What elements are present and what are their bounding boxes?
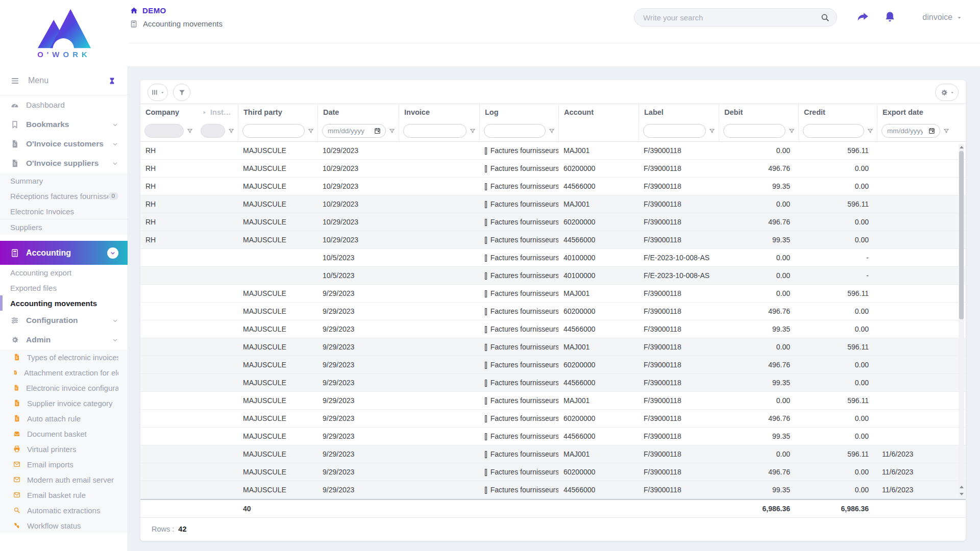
column-header-invoice[interactable]: Invoice bbox=[399, 104, 479, 120]
sidebar-item-suppliers[interactable]: Suppliers bbox=[0, 219, 128, 235]
search-input[interactable] bbox=[634, 13, 820, 22]
sidebar-item-virtual-printers[interactable]: Virtual printers bbox=[0, 441, 128, 457]
filter-input-field-date[interactable] bbox=[323, 127, 374, 135]
sidebar-item-email-imports[interactable]: Email imports bbox=[0, 457, 128, 472]
filter-funnel-icon[interactable] bbox=[943, 128, 950, 135]
hamburger-icon[interactable] bbox=[10, 76, 20, 86]
cell-third_party: MAJUSCULE bbox=[238, 289, 317, 297]
filter-input-field-invoice[interactable] bbox=[404, 127, 466, 135]
sidebar-item-exported-files[interactable]: Exported files bbox=[0, 280, 128, 295]
calendar-icon[interactable] bbox=[928, 127, 936, 135]
sidebar-item-accounting[interactable]: Accounting bbox=[0, 241, 128, 265]
table-row[interactable]: RHMAJUSCULE10/29/2023[] Factures fournis… bbox=[140, 160, 966, 178]
sidebar-item-supplier-invoice-category[interactable]: Supplier invoice category bbox=[0, 395, 128, 411]
filter-funnel-icon[interactable] bbox=[548, 128, 555, 135]
breadcrumb-home[interactable]: DEMO bbox=[130, 6, 223, 15]
filter-toggle-button[interactable] bbox=[173, 84, 190, 101]
sidebar-item-document-basket[interactable]: Document basket bbox=[0, 426, 128, 441]
table-row[interactable]: MAJUSCULE9/29/2023[] Factures fournisseu… bbox=[140, 320, 966, 338]
filter-input-field-log[interactable] bbox=[484, 127, 545, 135]
sidebar-item-electronic-invoices[interactable]: Electronic Invoices bbox=[0, 204, 128, 219]
filter-input-field-export_date[interactable] bbox=[882, 127, 928, 135]
table-row[interactable]: MAJUSCULE9/29/2023[] Factures fournisseu… bbox=[140, 356, 966, 374]
filter-funnel-icon[interactable] bbox=[708, 128, 716, 135]
table-row[interactable]: MAJUSCULE9/29/2023[] Factures fournisseu… bbox=[140, 392, 966, 410]
sidebar-item-auto-attach-rule[interactable]: Auto attach rule bbox=[0, 411, 128, 426]
column-group-expander-icon[interactable] bbox=[202, 110, 207, 115]
column-header-debit[interactable]: Debit bbox=[719, 104, 798, 120]
column-header-log[interactable]: Log bbox=[479, 104, 558, 120]
sidebar-item-automatic-extractions[interactable]: Automatic extractions bbox=[0, 503, 128, 518]
filter-funnel-icon[interactable] bbox=[186, 128, 193, 135]
sidebar-item-r-ceptions-factures-fournisseurs[interactable]: Réceptions factures fournisseurs0 bbox=[0, 188, 128, 204]
sidebar-item-email-basket-rule[interactable]: Email basket rule bbox=[0, 487, 128, 503]
filter-funnel-icon[interactable] bbox=[788, 128, 795, 135]
table-row[interactable]: MAJUSCULE9/29/2023[] Factures fournisseu… bbox=[140, 338, 966, 356]
scrollbar-thumb[interactable] bbox=[959, 151, 964, 319]
sidebar-item-configuration[interactable]: Configuration bbox=[0, 311, 128, 330]
sidebar-item-workflow-status[interactable]: Workflow status bbox=[0, 518, 128, 533]
table-row[interactable]: RHMAJUSCULE10/29/2023[] Factures fournis… bbox=[140, 178, 966, 195]
sidebar-item-types-of-electronic-invoices[interactable]: Types of electronic invoices bbox=[0, 349, 128, 365]
table-row[interactable]: 10/5/2023[] Factures fournisseurs4010000… bbox=[140, 267, 966, 285]
search-icon[interactable] bbox=[820, 13, 830, 22]
sidebar-item-admin[interactable]: Admin bbox=[0, 330, 128, 349]
column-header-institution[interactable]: Institu... bbox=[197, 104, 238, 120]
table-row[interactable]: MAJUSCULE9/29/2023[] Factures fournisseu… bbox=[140, 445, 966, 463]
sidebar-item-accounting-movements[interactable]: Accounting movements bbox=[0, 295, 128, 311]
hourglass-icon[interactable] bbox=[108, 77, 116, 85]
filter-funnel-icon[interactable] bbox=[307, 128, 314, 135]
table-scrollbar[interactable] bbox=[959, 144, 964, 497]
calendar-icon[interactable] bbox=[374, 127, 381, 135]
sidebar-item-attachment-extraction-for-electronic-invoices[interactable]: Attachment extraction for electronic inv… bbox=[0, 365, 128, 380]
filter-input-field-credit[interactable] bbox=[803, 127, 864, 135]
inbox-icon bbox=[13, 430, 21, 438]
table-row[interactable]: RHMAJUSCULE10/29/2023[] Factures fournis… bbox=[140, 195, 966, 213]
scroll-step-up-button[interactable] bbox=[959, 484, 964, 490]
share-arrow-icon[interactable] bbox=[855, 10, 871, 24]
sidebar-item-dashboard[interactable]: Dashboard bbox=[0, 95, 128, 115]
column-header-export_date[interactable]: Export date bbox=[877, 104, 953, 120]
filter-funnel-icon[interactable] bbox=[228, 128, 235, 135]
table-row[interactable]: MAJUSCULE9/29/2023[] Factures fournisseu… bbox=[140, 428, 966, 445]
filter-funnel-icon[interactable] bbox=[469, 128, 476, 135]
bell-icon[interactable] bbox=[883, 10, 897, 24]
sidebar-item-bookmarks[interactable]: Bookmarks bbox=[0, 115, 128, 134]
table-row[interactable]: MAJUSCULE9/29/2023[] Factures fournisseu… bbox=[140, 463, 966, 481]
sidebar-item-electronic-invoice-configuration[interactable]: Electronic invoice configuration bbox=[0, 380, 128, 395]
filter-funnel-icon[interactable] bbox=[867, 128, 874, 135]
scroll-down-button[interactable] bbox=[959, 491, 964, 497]
table-row[interactable]: RHMAJUSCULE10/29/2023[] Factures fournis… bbox=[140, 213, 966, 231]
envelope-icon bbox=[13, 475, 21, 484]
table-row[interactable]: 10/5/2023[] Factures fournisseurs4010000… bbox=[140, 249, 966, 267]
sidebar-item-modern-auth-email-server[interactable]: Modern auth email server bbox=[0, 472, 128, 487]
table-row[interactable]: RHMAJUSCULE10/29/2023[] Factures fournis… bbox=[140, 142, 966, 160]
column-header-label[interactable]: Label bbox=[639, 104, 719, 120]
table-row[interactable]: RHMAJUSCULE10/29/2023[] Factures fournis… bbox=[140, 231, 966, 249]
scroll-up-button[interactable] bbox=[959, 144, 964, 150]
table-row[interactable]: MAJUSCULE9/29/2023[] Factures fournisseu… bbox=[140, 374, 966, 392]
table-row[interactable]: MAJUSCULE9/29/2023[] Factures fournisseu… bbox=[140, 285, 966, 303]
sidebar-item-accounting-export[interactable]: Accounting export bbox=[0, 265, 128, 280]
filter-funnel-icon[interactable] bbox=[388, 128, 396, 135]
column-header-account[interactable]: Account bbox=[558, 104, 639, 120]
sidebar-item-o-invoice-suppliers[interactable]: O'Invoice suppliers bbox=[0, 154, 128, 173]
cell-date: 9/29/2023 bbox=[317, 379, 399, 387]
sidebar-item-summary[interactable]: Summary bbox=[0, 173, 128, 188]
table-row[interactable]: MAJUSCULE9/29/2023[] Factures fournisseu… bbox=[140, 410, 966, 428]
filter-input-field-third_party[interactable] bbox=[243, 127, 304, 135]
table-settings-button[interactable] bbox=[935, 84, 959, 101]
filter-input-field-debit[interactable] bbox=[724, 127, 785, 135]
column-header-date[interactable]: Date bbox=[317, 104, 399, 120]
missing-glyph-box: [] bbox=[484, 379, 486, 387]
table-row[interactable]: MAJUSCULE9/29/2023[] Factures fournisseu… bbox=[140, 303, 966, 320]
column-header-third_party[interactable]: Third party bbox=[238, 104, 317, 120]
filter-input-field-label[interactable] bbox=[644, 127, 705, 135]
column-chooser-button[interactable] bbox=[148, 84, 168, 101]
column-header-company[interactable]: Company bbox=[140, 104, 197, 120]
user-menu[interactable]: dinvoice bbox=[922, 13, 963, 22]
app-logo[interactable]: O'WORK bbox=[0, 0, 128, 66]
column-header-credit[interactable]: Credit bbox=[798, 104, 877, 120]
table-row[interactable]: MAJUSCULE9/29/2023[] Factures fournisseu… bbox=[140, 481, 966, 499]
sidebar-item-o-invoice-customers[interactable]: O'Invoice customers bbox=[0, 134, 128, 154]
